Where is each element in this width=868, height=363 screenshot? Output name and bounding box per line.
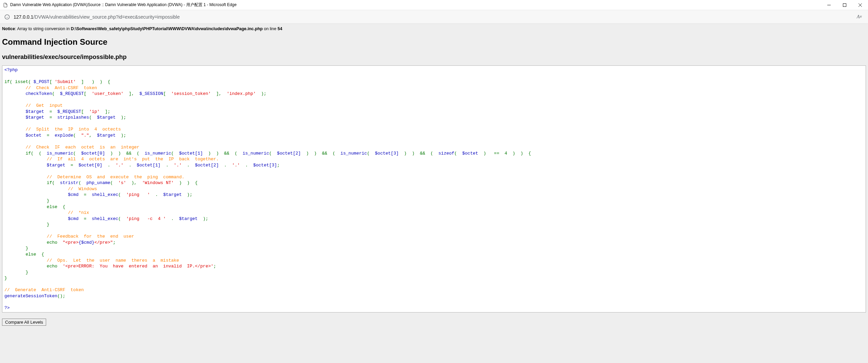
- notice-label: Notice: [2, 26, 15, 31]
- window-titlebar: Damn Vulnerable Web Application (DVWA)So…: [0, 0, 868, 10]
- window-title: Damn Vulnerable Web Application (DVWA)So…: [10, 2, 236, 8]
- address-bar: 127.0.0.1/DVWA/vulnerabilities/view_sour…: [0, 10, 868, 24]
- compare-wrap: Compare All Levels: [0, 316, 868, 328]
- compare-all-levels-button[interactable]: Compare All Levels: [2, 319, 46, 326]
- minimize-button[interactable]: [821, 0, 837, 10]
- page-content: Notice: Array to string conversion in D:…: [0, 24, 868, 363]
- reader-mode-icon[interactable]: Aℵ: [854, 12, 864, 22]
- svg-rect-1: [843, 4, 846, 7]
- php-notice: Notice: Array to string conversion in D:…: [0, 24, 868, 34]
- source-file-path: vulnerabilities/exec/source/impossible.p…: [0, 49, 868, 64]
- url-text[interactable]: 127.0.0.1/DVWA/vulnerabilities/view_sour…: [14, 14, 854, 20]
- url-path: /DVWA/vulnerabilities/view_source.php?id…: [33, 14, 179, 20]
- close-button[interactable]: [852, 0, 868, 10]
- source-code: <?php if( isset( $_POST[ 'Submit' ] ) ) …: [2, 65, 866, 312]
- page-title: Command Injection Source: [0, 34, 868, 49]
- site-info-icon[interactable]: [4, 14, 10, 20]
- notice-line: 54: [277, 26, 282, 31]
- page-icon: [3, 2, 8, 8]
- url-host: 127.0.0.1: [14, 14, 33, 20]
- notice-path: D:\Softwares\Web_safety\phpStudy\PHPTuto…: [71, 26, 263, 31]
- maximize-button[interactable]: [837, 0, 852, 10]
- window-controls: [821, 0, 868, 10]
